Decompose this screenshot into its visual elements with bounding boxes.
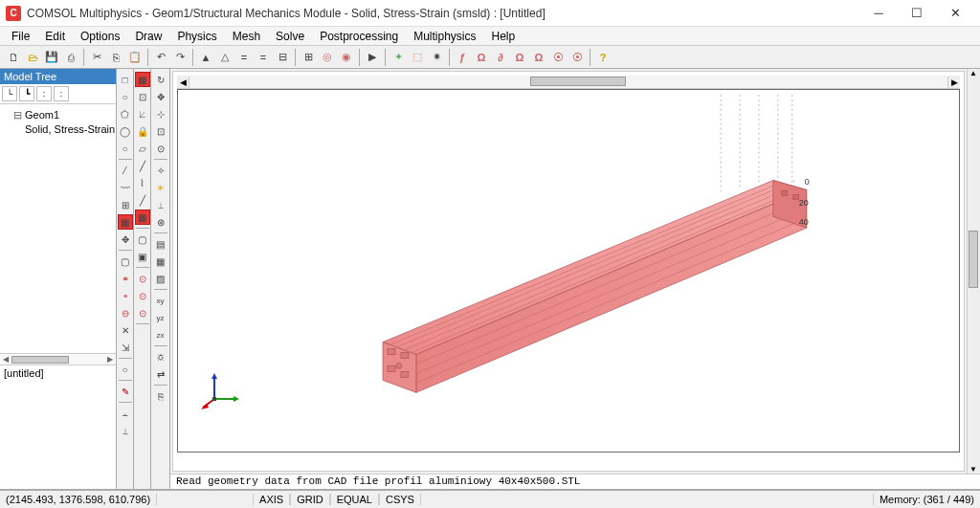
viewport-vscroll[interactable]: ▲ ▼ [967,69,980,474]
pointer-icon[interactable]: ▶ [364,49,381,66]
edge-icon[interactable]: ⟀ [135,106,150,121]
orbit-icon[interactable]: ✦ [390,49,407,66]
array-icon[interactable]: ⊞ [118,197,133,212]
cylinder-icon[interactable]: ⬠ [118,106,133,121]
plot-param-icon[interactable]: ⊞ [300,49,317,66]
tree-tool-2[interactable]: ┗ [19,86,34,101]
close-button[interactable]: ✕ [936,1,974,26]
zoom-rect-icon[interactable]: ⊡ [153,123,168,139]
menu-options[interactable]: Options [73,28,127,45]
perspective-icon[interactable]: ⟂ [153,197,168,212]
save-icon[interactable]: 💾 [43,49,60,66]
menu-multiphysics[interactable]: Multiphysics [406,28,483,45]
block3-icon[interactable]: ▣ [135,249,150,264]
tree-child[interactable]: Solid, Stress-Strain (sm [2,122,114,136]
restart-icon[interactable]: = [255,49,272,66]
move-icon[interactable]: ✥ [118,232,133,247]
menu-postprocessing[interactable]: Postprocessing [312,28,406,45]
copy2-icon[interactable]: ⎘ [153,388,168,404]
yaxis-icon[interactable]: ⟂ [118,423,133,438]
coerce-icon[interactable]: ▦ [118,214,133,230]
target-icon[interactable]: ⊙ [153,141,168,156]
redo-icon[interactable]: ↷ [171,49,189,66]
scroll-thumb[interactable] [11,356,69,364]
xor-icon[interactable]: ✕ [118,322,133,338]
arrows-icon[interactable]: ⇄ [153,366,168,382]
delete-geom-icon[interactable]: ○ [118,362,133,377]
plane-icon[interactable]: ▱ [135,141,150,156]
curve-icon[interactable]: 〰 [118,180,133,195]
select-curve-icon[interactable]: ⌇ [135,175,150,190]
line-icon[interactable]: ∕ [118,163,133,178]
menu-help[interactable]: Help [484,28,523,45]
mode-csys[interactable]: CSYS [379,494,421,505]
rotate3d-icon[interactable]: ↻ [153,72,168,87]
red-box-icon[interactable]: ▦ [135,72,150,87]
lock-icon[interactable]: 🔒 [135,123,150,139]
menu-mesh[interactable]: Mesh [225,28,268,45]
omega-icon[interactable]: Ω [473,49,490,66]
union-icon[interactable]: ⚭ [118,271,133,286]
zoom-ext-icon[interactable]: ◎ [319,49,336,66]
help-icon[interactable]: ? [594,49,612,66]
tree-tool-3[interactable]: : [36,86,52,101]
block2-icon[interactable]: ▢ [135,232,150,247]
pan-icon[interactable]: ✥ [153,89,168,104]
mode-axis[interactable]: AXIS [253,494,290,505]
paste-icon[interactable]: 📋 [126,49,144,66]
zoom-window-icon[interactable]: ◉ [338,49,355,66]
tree-hscroll[interactable]: ◀ ▶ [0,353,116,364]
omega-sub-icon[interactable]: Ω [511,49,528,66]
edit-line-icon[interactable]: ╱ [135,192,150,208]
tree-tool-4[interactable]: : [54,86,69,101]
wire-icon[interactable]: ▤ [153,236,168,252]
intersect-icon[interactable]: ⚬ [118,288,133,303]
solve-manager-icon[interactable]: ⊟ [274,49,291,66]
scroll-left-icon[interactable]: ◀ [0,354,11,365]
paint-icon[interactable]: ✎ [118,384,133,399]
sigma-icon[interactable]: ƒ [454,49,471,66]
viewport[interactable]: 0 20 40 [177,89,960,453]
face-icon[interactable]: ⊡ [135,89,150,104]
menu-draw[interactable]: Draw [127,28,169,45]
menu-physics[interactable]: Physics [169,28,224,45]
tree-tool-1[interactable]: └ [2,86,17,101]
scroll-right-icon[interactable]: ▶ [104,354,116,365]
minimize-button[interactable]: ─ [859,1,898,26]
mesh-refine-icon[interactable]: △ [216,49,234,66]
bottom-tab[interactable]: [untitled] [4,367,44,379]
diff-icon[interactable]: ⊖ [118,305,133,320]
vscroll-thumb[interactable] [969,231,978,288]
menu-solve[interactable]: Solve [268,28,312,45]
solve-icon[interactable]: = [235,49,253,66]
tree-root[interactable]: ⊟ Geom1 [2,108,114,122]
box-icon[interactable]: □ [118,72,133,87]
maximize-button[interactable]: ☐ [898,1,936,26]
new-icon[interactable]: 🗋 [5,49,22,66]
zx-icon[interactable]: zx [153,327,168,342]
circ1-icon[interactable]: ⊙ [135,271,150,286]
light2-icon[interactable]: ☀ [153,180,168,195]
globe2-icon[interactable]: ⦿ [568,49,586,66]
undo-icon[interactable]: ↶ [152,49,169,66]
circ2-icon[interactable]: ⊙ [135,288,150,303]
mesh-init-icon[interactable]: ▲ [197,49,214,66]
globe-icon[interactable]: ⦿ [549,49,567,66]
select-line-icon[interactable]: ╱ [135,158,150,173]
ellipse-icon[interactable]: ○ [118,141,133,156]
zoom-icon[interactable]: ⊹ [153,106,168,121]
copy-icon[interactable]: ⎘ [107,49,124,66]
select-all-icon[interactable]: ✷ [428,49,445,66]
split-icon[interactable]: ⇲ [118,340,133,355]
menu-file[interactable]: File [4,28,37,45]
hscroll-thumb[interactable] [530,77,626,86]
yz-icon[interactable]: yz [153,310,168,325]
light1-icon[interactable]: ✧ [153,163,168,178]
red-grid-icon[interactable]: ▦ [135,210,150,225]
mode-equal[interactable]: EQUAL [330,494,379,505]
solid-icon[interactable]: ▦ [153,254,168,269]
xy-icon[interactable]: xy [153,293,168,308]
omega2-icon[interactable]: Ω [530,49,547,66]
headlight-icon[interactable]: ⛭ [153,349,168,364]
circ3-icon[interactable]: ⊙ [135,305,150,320]
